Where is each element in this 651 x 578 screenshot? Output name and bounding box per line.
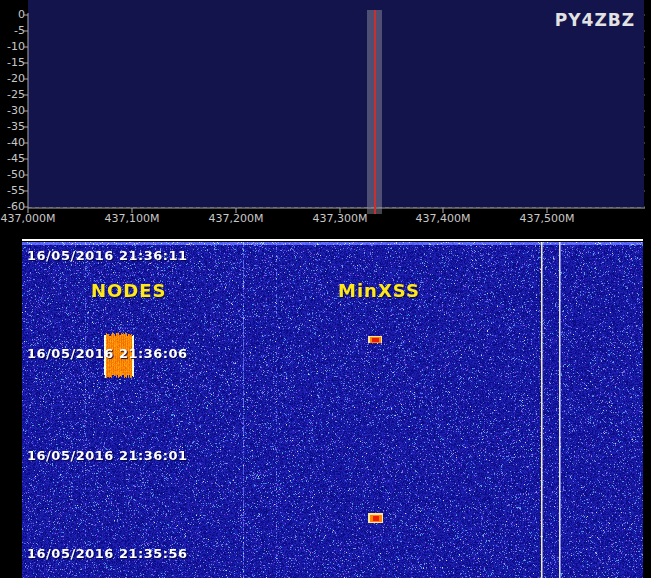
db-tick-label: -5 <box>0 24 25 37</box>
db-tick-label: -20 <box>0 72 25 85</box>
freq-tick-label: 437,000M <box>1 212 56 225</box>
timestamp: 16/05/2016 21:35:56 <box>27 546 188 561</box>
freq-tick-label: 437,400M <box>416 212 471 225</box>
freq-tick-label: 437,200M <box>209 212 264 225</box>
tuning-band[interactable] <box>367 10 382 214</box>
spectrum-panel: 0-5-10-15-20-25-30-35-40-45-50-55-60 437… <box>0 0 651 237</box>
db-tick-label: -30 <box>0 104 25 117</box>
spectrum-plot <box>0 0 651 237</box>
callsign-label: PY4ZBZ <box>555 10 635 30</box>
waterfall-separator <box>22 239 643 241</box>
db-tick-label: 0 <box>0 8 25 21</box>
db-tick-label: -10 <box>0 40 25 53</box>
db-tick-label: -35 <box>0 120 25 133</box>
freq-tick-label: 437,300M <box>313 212 368 225</box>
freq-tick-label: 437,500M <box>520 212 575 225</box>
sdr-app-window: 0-5-10-15-20-25-30-35-40-45-50-55-60 437… <box>0 0 651 578</box>
satellite-label-nodes: NODES <box>91 280 167 301</box>
timestamp: 16/05/2016 21:36:01 <box>27 448 188 463</box>
db-tick-label: -50 <box>0 168 25 181</box>
waterfall-panel: 16/05/2016 21:36:11 16/05/2016 21:36:06 … <box>0 237 651 578</box>
db-tick-label: -15 <box>0 56 25 69</box>
db-tick-label: -25 <box>0 88 25 101</box>
timestamp: 16/05/2016 21:36:06 <box>27 346 188 361</box>
db-tick-label: -55 <box>0 184 25 197</box>
freq-tick-label: 437,100M <box>105 212 160 225</box>
satellite-label-minxss: MinXSS <box>338 280 420 301</box>
tuning-line[interactable] <box>374 10 376 214</box>
db-tick-label: -40 <box>0 136 25 149</box>
timestamp: 16/05/2016 21:36:11 <box>27 248 188 263</box>
db-tick-label: -45 <box>0 152 25 165</box>
